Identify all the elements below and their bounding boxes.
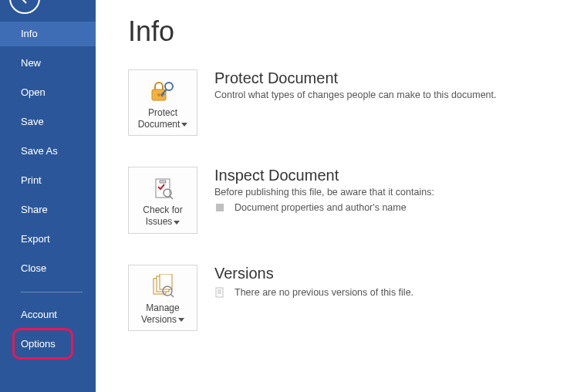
sidebar-item-close[interactable]: Close <box>0 256 96 281</box>
sidebar-item-label: Close <box>21 262 46 274</box>
bullet-text: Document properties and author's name <box>235 202 407 213</box>
svg-point-1 <box>157 93 160 96</box>
sidebar-item-label: New <box>21 57 41 69</box>
sidebar-item-save[interactable]: Save <box>0 110 96 134</box>
versions-icon <box>129 273 197 299</box>
check-document-icon <box>129 175 197 201</box>
sidebar-item-share[interactable]: Share <box>0 198 96 222</box>
tile-label: Protect Document <box>129 107 197 130</box>
tile-label: Check for Issues <box>129 204 197 228</box>
svg-point-2 <box>165 83 173 90</box>
sidebar-item-label: Account <box>21 309 57 320</box>
section-title: Protect Document <box>214 69 577 87</box>
back-button[interactable] <box>9 0 40 14</box>
chevron-down-icon <box>181 119 187 130</box>
bullet-row: Document properties and author's name <box>214 202 577 213</box>
sidebar-item-info[interactable]: Info <box>0 22 96 46</box>
bullet-row: There are no previous versions of this f… <box>214 287 577 298</box>
section-body: Inspect Document Before publishing this … <box>214 167 577 213</box>
section-body: Protect Document Control what types of c… <box>214 69 577 100</box>
backstage-sidebar: Info New Open Save Save As Print Share E… <box>0 0 96 392</box>
section-protect: Protect Document Protect Document Contro… <box>128 69 577 136</box>
chevron-down-icon <box>178 314 184 326</box>
section-title: Versions <box>214 265 577 282</box>
manage-versions-button[interactable]: Manage Versions <box>128 265 197 331</box>
sidebar-item-label: Share <box>21 204 48 215</box>
main-panel: Info Protect Document Protect Document C… <box>96 0 577 392</box>
chevron-down-icon <box>174 217 180 228</box>
svg-rect-5 <box>216 204 224 211</box>
section-versions: Manage Versions Versions There are no pr… <box>128 265 577 331</box>
lock-key-icon <box>129 78 197 104</box>
sidebar-item-label: Print <box>21 174 42 186</box>
section-text: Control what types of changes people can… <box>214 90 577 100</box>
page-title: Info <box>128 15 577 48</box>
sidebar-item-print[interactable]: Print <box>0 168 96 193</box>
sidebar-item-label: Info <box>21 28 38 39</box>
tile-label: Manage Versions <box>129 302 197 326</box>
sidebar-divider <box>21 292 83 292</box>
svg-rect-10 <box>216 288 223 297</box>
section-body: Versions There are no previous versions … <box>214 265 577 298</box>
sidebar-item-save-as[interactable]: Save As <box>0 139 96 164</box>
bullet-text: There are no previous versions of this f… <box>235 287 413 298</box>
sidebar-item-open[interactable]: Open <box>0 80 96 105</box>
section-inspect: Check for Issues Inspect Document Before… <box>128 167 577 233</box>
sidebar-item-label: Save As <box>21 145 58 157</box>
sidebar-item-account[interactable]: Account <box>0 302 96 327</box>
square-bullet-icon <box>214 202 225 213</box>
sidebar-item-label: Open <box>21 86 46 98</box>
sidebar-item-label: Save <box>21 116 44 127</box>
check-for-issues-button[interactable]: Check for Issues <box>128 167 197 233</box>
section-text: Before publishing this file, be aware th… <box>214 187 577 198</box>
sidebar-item-label: Options <box>21 338 56 350</box>
sidebar-item-options[interactable]: Options <box>0 332 96 357</box>
protect-document-button[interactable]: Protect Document <box>128 69 197 136</box>
sidebar-item-new[interactable]: New <box>0 51 96 76</box>
sidebar-item-export[interactable]: Export <box>0 227 96 252</box>
section-title: Inspect Document <box>214 167 577 184</box>
sidebar-item-label: Export <box>21 233 50 245</box>
document-icon <box>214 287 225 298</box>
back-arrow-icon <box>17 0 32 6</box>
